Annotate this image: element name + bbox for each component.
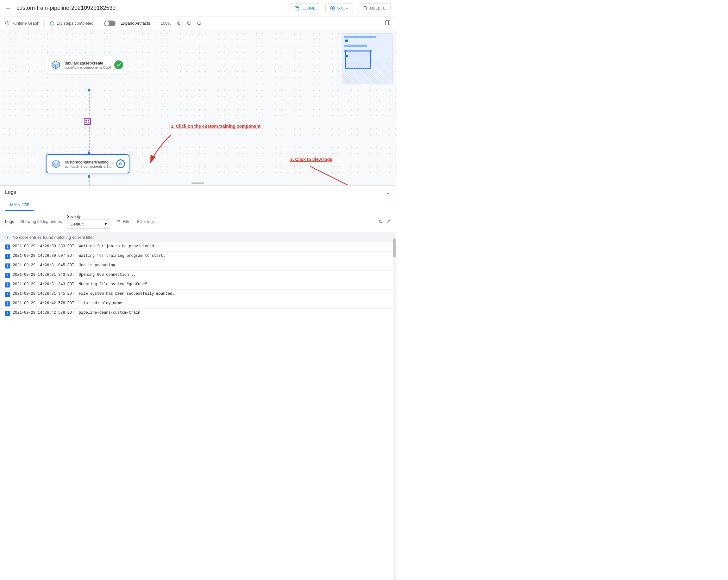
zoom-out-btn[interactable] [186,21,191,26]
runtime-graph-btn[interactable]: i Runtime Graph [5,21,39,26]
grid-icon [84,118,91,125]
severity-control: Severity Default ▼ [67,214,111,229]
node-icon-tabular [50,59,61,71]
logs-count-label: Logs [5,219,14,224]
log-info-icon: i [5,282,10,287]
svg-line-9 [180,24,180,25]
logs-tabs: MAIN JOB [0,199,396,211]
zoom-in-btn[interactable] [176,21,181,26]
log-info-icon: i [5,264,10,269]
logs-body[interactable]: i No older entries found matching curren… [0,232,396,580]
info-icon: i [5,21,9,26]
dot-connector-2 [88,151,90,154]
checkmark-icon [116,62,121,67]
pipeline-node-training[interactable]: customcontainertrainingj... gcr.io/...li… [46,154,129,173]
chevron-down-icon: ▼ [104,222,108,226]
logs-expand-btn[interactable]: ⌄ [386,189,391,196]
annotation-2: 2. Click to view logs [290,157,332,162]
logs-header: Logs ⌄ [0,186,396,199]
log-header-row: i No older entries found matching curren… [0,232,396,242]
delete-icon [363,6,368,11]
node-sub-tabular: gcr.io/...line-components:0.1.6 [64,65,111,69]
svg-rect-2 [332,7,334,9]
logs-title: Logs [5,189,386,195]
node-info-training: customcontainertrainingj... gcr.io/...li… [65,160,113,168]
app-header: ← custom-train-pipeline-20210929182539 C… [0,0,396,17]
logs-count: Showing 55 log entries [20,219,62,224]
stop-button[interactable]: STOP [326,3,353,13]
filter-btn[interactable]: Filter [116,219,132,224]
svg-rect-0 [296,7,299,10]
page-title: custom-train-pipeline-20210929182539 [17,5,285,11]
log-row: i 2021-09-29 14:26:31.345 EDT File syste… [0,290,396,299]
scrollbar-thumb[interactable] [393,239,396,257]
zoom-level: 100% [160,21,171,26]
logs-actions: ↻ ↗ [379,219,391,224]
canvas-resize-handle[interactable] [191,183,204,184]
info-circle-icon: i [5,234,10,240]
severity-label: Severity [67,214,111,219]
tab-main-job[interactable]: MAIN JOB [5,199,34,211]
node-name-training: customcontainertrainingj... [65,160,113,164]
log-info-icon: i [5,273,10,278]
panel-icon[interactable] [385,20,391,26]
expand-artifacts-toggle[interactable] [104,21,115,26]
toolbar: i Runtime Graph 1/3 steps completed Expa… [0,17,396,30]
severity-select[interactable]: Default ▼ [67,219,111,229]
external-link-btn[interactable]: ↗ [387,219,391,224]
refresh-btn[interactable]: ↻ [379,219,383,224]
svg-rect-15 [386,21,390,25]
log-row: i 2021-09-29 14:26:31.045 EDT Job is pre… [0,261,396,271]
filter-input[interactable] [137,219,200,224]
minimap[interactable] [342,33,392,84]
log-row: i 2021-09-29 14:26:31.343 EDT Mounting f… [0,280,396,290]
filter-icon [116,219,121,224]
expand-artifacts-label: Expand Artifacts [121,21,150,26]
cube-icon [51,60,60,70]
zoom-in-icon [176,21,181,26]
clone-icon [294,6,300,11]
minimap-bar-1 [344,36,376,38]
log-row: i 2021-09-29 14:26:42.578 EDT --init.dis… [0,299,396,309]
connector-svg-2 [88,127,91,153]
intermediate-node[interactable] [82,116,93,127]
delete-button[interactable]: DELETE [358,3,391,13]
node-sub-training: gcr.io/...line-components:0.1.6 [65,164,113,168]
connector-svg-3 [88,177,91,185]
annotation-1: 1. Click on the custom training componen… [171,123,260,129]
svg-line-14 [200,24,201,25]
back-button[interactable]: ← [5,4,11,12]
logs-controls: Logs Showing 55 log entries Severity Def… [0,211,396,232]
zoom-out-icon [186,21,191,26]
connector-svg-1 [88,90,91,116]
log-info-icon: i [5,301,10,306]
node-status-tabular [114,60,123,69]
clone-button[interactable]: CLONE [290,3,320,13]
node-status-training [116,159,125,168]
log-row: i 2021-09-29 14:26:30.333 EDT Waiting fo… [0,242,396,252]
log-row: i 2021-09-29 14:26:30.607 EDT Waiting fo… [0,252,396,261]
toolbar-divider-1 [44,20,45,27]
reset-zoom-btn[interactable] [197,21,202,26]
node-info-tabular: tabulardataset-create gcr.io/...line-com… [64,61,111,69]
log-row: i 2021-09-29 14:26:31.343 EDT Opening GC… [0,271,396,280]
log-info-icon: i [5,254,10,259]
log-info-icon: i [5,311,10,316]
toolbar-divider-3 [155,20,155,27]
node-name-tabular: tabulardataset-create [64,61,111,65]
running-icon [119,162,123,166]
stop-icon [330,6,335,11]
pipeline-node-tabular[interactable]: tabulardataset-create gcr.io/...line-com… [46,56,127,74]
scrollbar-track [393,232,396,580]
log-info-icon: i [5,245,10,250]
minimap-bar-2 [344,45,367,47]
steps-completed: 1/3 steps completed [50,21,94,26]
progress-icon [50,21,55,26]
minimap-hatch [342,62,392,84]
pipeline-canvas[interactable]: tabulardataset-create gcr.io/...line-com… [0,30,396,185]
logs-section: Logs ⌄ MAIN JOB Logs Showing 55 log entr… [0,185,396,580]
cube-icon-2 [51,159,61,169]
log-row: i 2021-09-29 14:26:42.578 EDT pipeline-b… [0,309,396,318]
svg-line-12 [189,24,190,25]
node-icon-training [50,158,62,169]
